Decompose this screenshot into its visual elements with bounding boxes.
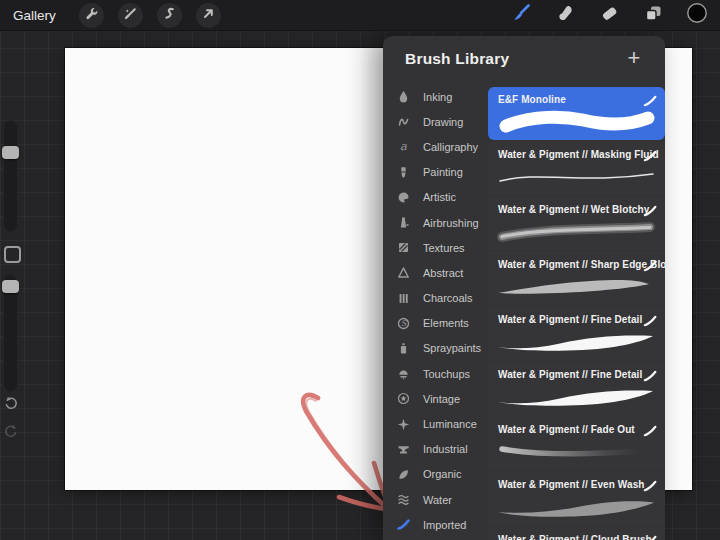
smudge-tool-button[interactable]: [548, 0, 582, 30]
brush-stroke-mini-icon: [643, 148, 657, 160]
brush-stroke-mini-icon: [643, 93, 657, 105]
actions-button[interactable]: [79, 3, 104, 28]
brush-stroke-preview: [488, 438, 665, 468]
brush-item[interactable]: Water & Pigment // Fine Detail: [488, 362, 665, 415]
selection-button[interactable]: [157, 3, 182, 28]
magic-wand-icon: [123, 6, 138, 25]
brush-stroke-preview: [488, 328, 665, 358]
transform-arrow-icon: [201, 6, 216, 25]
color-swatch-button[interactable]: [680, 0, 714, 30]
category-item-airbrushing[interactable]: Airbrushing: [383, 210, 488, 235]
smudge-finger-icon: [555, 3, 576, 28]
brush-item[interactable]: Water & Pigment // Wet Blotchy: [488, 197, 665, 250]
brush-category-list: Inking Drawing a Calligraphy Painting Ar…: [383, 84, 488, 537]
category-label: Painting: [423, 166, 463, 178]
category-item-industrial[interactable]: Industrial: [383, 437, 488, 462]
squiggle-icon: [396, 115, 411, 129]
erase-tool-button[interactable]: [592, 0, 626, 30]
category-item-spraypaints[interactable]: Spraypaints: [383, 336, 488, 361]
brush-stroke-mini-icon: [643, 203, 657, 215]
category-label: Charcoals: [423, 292, 473, 304]
redo-icon: [3, 423, 19, 443]
category-label: Imported: [423, 519, 466, 531]
brush-size-slider-handle[interactable]: [2, 146, 19, 159]
brush-tool-button[interactable]: [504, 0, 538, 30]
letter-a-icon: a: [396, 140, 411, 154]
category-label: Organic: [423, 468, 462, 480]
category-label: Luminance: [423, 418, 477, 430]
lamp-icon: [396, 367, 411, 381]
brush-size-slider[interactable]: [3, 120, 18, 232]
brush-stroke-mini-icon: [643, 423, 657, 435]
undo-button[interactable]: [2, 396, 20, 414]
brush-stroke-preview: [488, 163, 665, 193]
canvas-sidebar: [0, 112, 22, 442]
category-item-elements[interactable]: S Elements: [383, 311, 488, 336]
redo-button[interactable]: [2, 424, 20, 442]
brush-stroke-preview: [488, 493, 665, 523]
category-item-textures[interactable]: Textures: [383, 235, 488, 260]
category-label: Elements: [423, 317, 469, 329]
brush-name: Water & Pigment // Fine Detail: [488, 362, 665, 380]
category-item-water[interactable]: Water: [383, 487, 488, 512]
color-swatch-icon: [686, 2, 708, 28]
category-item-artistic[interactable]: Artistic: [383, 185, 488, 210]
category-item-painting[interactable]: Painting: [383, 160, 488, 185]
top-toolbar: Gallery: [0, 0, 720, 31]
imported-stroke-icon: [396, 518, 411, 532]
category-label: Water: [423, 494, 452, 506]
category-label: Inking: [423, 91, 452, 103]
brush-item[interactable]: Water & Pigment // Sharp Edge Blotchy: [488, 252, 665, 305]
charcoal-bars-icon: [396, 291, 411, 305]
category-item-touchups[interactable]: Touchups: [383, 361, 488, 386]
category-label: Abstract: [423, 267, 463, 279]
brush-name: Water & Pigment // Fine Detail: [488, 307, 665, 325]
category-item-vintage[interactable]: Vintage: [383, 386, 488, 411]
category-item-luminance[interactable]: Luminance: [383, 411, 488, 436]
category-item-organic[interactable]: Organic: [383, 462, 488, 487]
add-brush-button[interactable]: +: [621, 45, 647, 71]
brush-item-selected[interactable]: E&F Monoline: [488, 87, 665, 140]
gallery-button[interactable]: Gallery: [13, 8, 56, 23]
brush-name: E&F Monoline: [488, 87, 665, 105]
svg-text:a: a: [400, 140, 407, 153]
brush-item[interactable]: Water & Pigment // Cloud Brush: [488, 527, 665, 540]
element-circle-icon: S: [396, 316, 411, 330]
brush-library-panel: Brush Library + Inking Drawing a Calligr…: [383, 36, 665, 540]
category-label: Drawing: [423, 116, 463, 128]
category-label: Industrial: [423, 443, 468, 455]
brush-item[interactable]: Water & Pigment // Even Wash: [488, 472, 665, 525]
brush-stroke-preview: [488, 383, 665, 413]
brush-item[interactable]: Water & Pigment // Masking Fluid: [488, 142, 665, 195]
spray-can-icon: [396, 341, 411, 355]
wrench-icon: [84, 6, 99, 25]
category-label: Touchups: [423, 368, 470, 380]
palette-icon: [396, 190, 411, 204]
brush-item[interactable]: Water & Pigment // Fine Detail: [488, 307, 665, 360]
category-item-charcoals[interactable]: Charcoals: [383, 286, 488, 311]
category-item-abstract[interactable]: Abstract: [383, 260, 488, 285]
category-label: Calligraphy: [423, 141, 478, 153]
transform-button[interactable]: [196, 3, 221, 28]
brush-stroke-mini-icon: [643, 533, 657, 540]
brush-stroke-preview: [488, 218, 665, 248]
category-item-calligraphy[interactable]: a Calligraphy: [383, 134, 488, 159]
category-item-drawing[interactable]: Drawing: [383, 109, 488, 134]
category-item-inking[interactable]: Inking: [383, 84, 488, 109]
opacity-slider-handle[interactable]: [2, 280, 19, 293]
undo-icon: [3, 395, 19, 415]
brush-item[interactable]: Water & Pigment // Fade Out: [488, 417, 665, 470]
selection-s-icon: [162, 6, 177, 25]
brush-stroke-mini-icon: [643, 368, 657, 380]
anvil-icon: [396, 442, 411, 456]
star-circle-icon: [396, 392, 411, 406]
brush-list: E&F Monoline Water & Pigment // Masking …: [488, 87, 665, 540]
adjustments-button[interactable]: [118, 3, 143, 28]
brush-stroke-mini-icon: [643, 258, 657, 270]
brush-name: Water & Pigment // Fade Out: [488, 417, 665, 435]
layers-button[interactable]: [636, 0, 670, 30]
category-item-imported[interactable]: Imported: [383, 512, 488, 537]
paint-tools-group: [499, 0, 720, 30]
modify-button[interactable]: [4, 246, 21, 263]
leaf-icon: [396, 467, 411, 481]
